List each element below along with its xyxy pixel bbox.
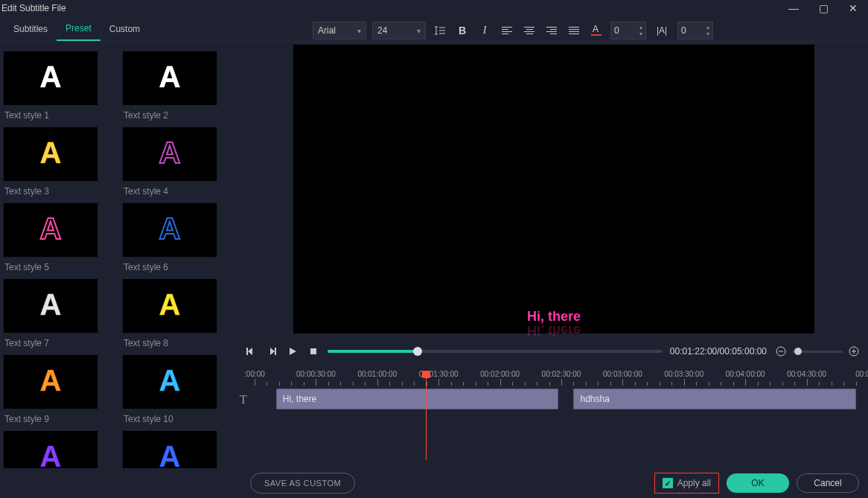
tab-preset[interactable]: Preset: [57, 17, 100, 41]
right-pane: Hi, there Hi, there 00:01:22:00/00:05:00…: [234, 42, 868, 468]
preset-item[interactable]: AText style 3: [3, 127, 112, 197]
svg-rect-23: [310, 348, 316, 354]
text-color-button[interactable]: A: [588, 22, 604, 39]
svg-text:A: A: [159, 288, 181, 321]
ruler-label: 00:04:30:00: [787, 371, 826, 378]
clips-container: Hi, therehdhsha: [255, 389, 868, 411]
svg-marker-18: [248, 348, 252, 355]
clip-text: hdhsha: [580, 394, 609, 404]
preset-thumbnail: A: [3, 202, 98, 258]
apply-all-checkbox[interactable]: ✓ Apply all: [654, 473, 719, 494]
preset-item[interactable]: AText style 11: [3, 430, 112, 468]
ruler-label: 00:03:30:00: [664, 371, 703, 378]
preset-item[interactable]: AText style 4: [122, 127, 231, 197]
italic-button[interactable]: I: [476, 22, 493, 39]
playhead[interactable]: [426, 371, 427, 460]
preset-item[interactable]: AText style 5: [3, 202, 112, 272]
font-size-select[interactable]: 24 ▾: [372, 22, 426, 39]
tab-subtitles[interactable]: Subtitles: [4, 18, 57, 40]
time-display: 00:01:22:00/00:05:00:00: [670, 346, 767, 357]
next-frame-button[interactable]: [265, 345, 278, 358]
svg-marker-22: [290, 348, 296, 355]
preset-thumbnail: A: [122, 354, 217, 409]
preset-label: Text style 5: [3, 262, 112, 272]
zoom-controls: [774, 345, 861, 358]
preset-item[interactable]: AText style 6: [122, 202, 231, 272]
stop-button[interactable]: [307, 345, 320, 358]
zoom-slider[interactable]: [792, 351, 843, 353]
svg-text:A: A: [40, 364, 62, 397]
ruler-label: 00:05:0: [855, 371, 868, 378]
svg-text:A: A: [40, 136, 62, 169]
svg-text:A: A: [159, 364, 181, 397]
svg-text:A: A: [40, 60, 62, 93]
ruler-label: 00:02:00:00: [480, 371, 520, 378]
align-center-button[interactable]: [521, 22, 537, 39]
preset-label: Text style 3: [3, 186, 112, 197]
char-spacing-value: 0: [614, 25, 619, 36]
close-button[interactable]: ✕: [838, 0, 868, 16]
text-toolbar: Arial ▾ 24 ▾ B I A 0 ▴▾ |A| 0 ▴▾: [313, 18, 861, 43]
ruler-label: 00:04:00:00: [726, 371, 765, 378]
align-right-button[interactable]: [543, 22, 560, 39]
font-select-value: Arial: [318, 25, 336, 36]
preset-item[interactable]: AText style 12: [122, 430, 231, 468]
preset-item[interactable]: AText style 8: [122, 278, 231, 348]
letter-width-value: 0: [681, 25, 686, 36]
prev-frame-button[interactable]: [244, 345, 258, 358]
preset-label: Text style 7: [3, 338, 112, 348]
subtitle-track: T Hi, therehdhsha: [255, 389, 868, 411]
preset-thumbnail: A: [3, 278, 98, 333]
window-controls: — ▢ ✕: [779, 0, 868, 16]
chevron-down-icon: ▾: [357, 27, 361, 35]
preset-thumbnail: A: [122, 202, 217, 258]
char-spacing-spinner[interactable]: 0 ▴▾: [610, 22, 646, 39]
preset-item[interactable]: AText style 7: [3, 278, 112, 348]
align-justify-button[interactable]: [566, 22, 582, 39]
letter-width-spinner[interactable]: 0 ▴▾: [677, 22, 713, 39]
line-height-button[interactable]: [432, 22, 448, 39]
video-preview: Hi, there Hi, there: [293, 45, 814, 333]
tab-custom[interactable]: Custom: [100, 18, 149, 40]
preset-label: Text style 2: [122, 110, 231, 121]
play-button[interactable]: [286, 345, 299, 358]
progress-bar[interactable]: [328, 350, 663, 353]
svg-text:A: A: [40, 288, 62, 321]
align-left-button[interactable]: [499, 22, 515, 39]
subtitle-clip[interactable]: hdhsha: [573, 389, 855, 409]
subtitle-clip[interactable]: Hi, there: [276, 389, 558, 409]
preset-label: Text style 1: [3, 110, 112, 121]
ruler-label: 00:02:30:00: [542, 371, 581, 378]
save-as-custom-button[interactable]: SAVE AS CUSTOM: [250, 473, 355, 494]
ok-button[interactable]: OK: [727, 473, 789, 493]
bottom-bar: SAVE AS CUSTOM ✓ Apply all OK Cancel: [0, 468, 868, 498]
apply-all-label: Apply all: [677, 478, 711, 488]
svg-rect-21: [275, 348, 276, 355]
svg-text:A: A: [159, 60, 181, 93]
preset-label: Text style 8: [122, 338, 231, 348]
maximize-button[interactable]: ▢: [808, 0, 838, 16]
preset-item[interactable]: AText style 2: [122, 51, 231, 121]
preset-sidebar[interactable]: AText style 1AText style 2AText style 3A…: [0, 42, 234, 468]
preset-label: Text style 4: [122, 186, 231, 197]
cancel-button[interactable]: Cancel: [797, 473, 859, 493]
total-time: 00:05:00:00: [720, 346, 767, 357]
ruler-label: 00:03:00:00: [603, 371, 642, 378]
preset-thumbnail: A: [122, 278, 217, 333]
subtitle-preview-reflection: Hi, there: [527, 322, 581, 338]
minimize-button[interactable]: —: [779, 0, 808, 16]
preset-label: Text style 6: [122, 262, 231, 272]
preset-item[interactable]: AText style 1: [3, 51, 112, 121]
svg-text:A: A: [159, 440, 181, 468]
timeline-ruler[interactable]: :00:0000:00:30:0000:01:00:0000:01:30:000…: [255, 371, 868, 386]
font-select[interactable]: Arial ▾: [313, 22, 366, 39]
timeline[interactable]: :00:0000:00:30:0000:01:00:0000:01:30:000…: [234, 371, 868, 460]
preset-item[interactable]: AText style 9: [3, 354, 112, 424]
preset-item[interactable]: AText style 10: [122, 354, 231, 424]
clip-text: Hi, there: [283, 394, 316, 404]
zoom-out-button[interactable]: [774, 345, 788, 358]
zoom-in-button[interactable]: [847, 345, 861, 358]
bold-button[interactable]: B: [454, 22, 470, 39]
letter-width-button[interactable]: |A|: [652, 22, 671, 39]
ruler-label: 00:00:30:00: [296, 371, 336, 378]
